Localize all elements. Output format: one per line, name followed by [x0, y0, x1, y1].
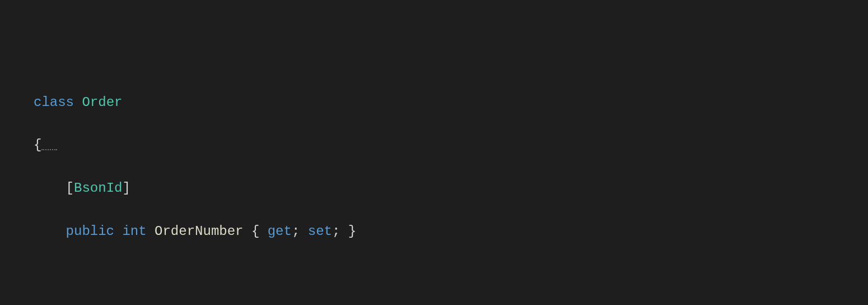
keyword-int: int [122, 224, 146, 239]
brace-open: { [251, 224, 259, 239]
hint-dots [41, 149, 57, 150]
semicolon: ; [332, 224, 340, 239]
keyword-public: public [66, 224, 114, 239]
brace-close: } [348, 224, 356, 239]
code-line[interactable]: class Order [0, 92, 868, 113]
keyword-class: class [34, 95, 74, 110]
code-line[interactable]: { [0, 135, 868, 156]
brace-open: { [34, 137, 41, 152]
bracket-close: ] [122, 181, 130, 196]
property-name: OrderNumber [155, 224, 243, 239]
keyword-set: set [308, 224, 332, 239]
keyword-get: get [268, 224, 292, 239]
code-line[interactable]: [BsonId] [0, 178, 868, 199]
class-name: Order [82, 95, 122, 110]
attribute-name: BsonId [74, 181, 122, 196]
semicolon: ; [292, 224, 300, 239]
bracket-open: [ [66, 181, 74, 196]
code-line-blank[interactable] [0, 264, 868, 285]
code-line[interactable]: public int OrderNumber { get; set; } [0, 221, 868, 242]
